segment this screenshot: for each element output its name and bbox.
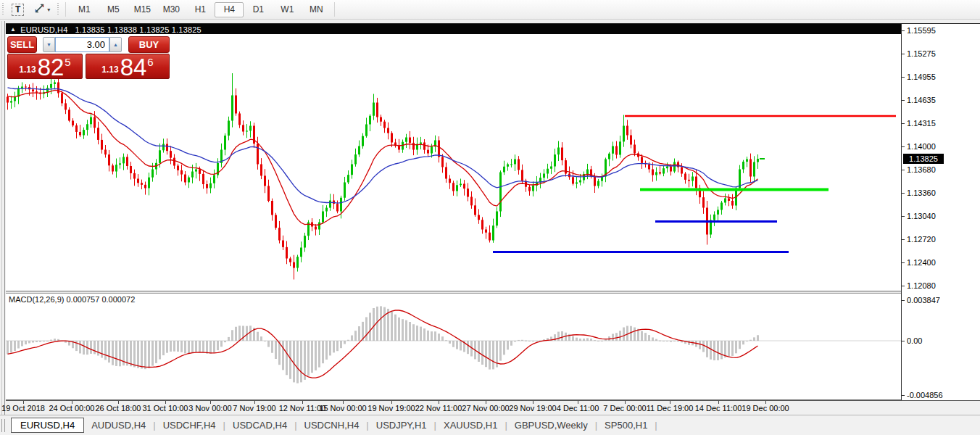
timeframe-button-h1[interactable]: H1 (186, 2, 215, 17)
price-axis-label: 1.14000 (907, 142, 936, 151)
tab-usdcad-h4[interactable]: USDCAD,H4 (225, 418, 294, 433)
price-axis-tick (902, 170, 905, 170)
chart-title-symbol: EURUSD,H4 (20, 25, 67, 34)
price-axis-tick (902, 286, 905, 286)
timeframe-button-m15[interactable]: M15 (128, 2, 157, 17)
time-axis-label: 22 Nov 11:00 (415, 404, 462, 413)
time-axis-label: 29 Nov 19:00 (509, 404, 556, 413)
tab-usdcnh-h4[interactable]: USDCNH,H4 (297, 418, 367, 433)
buy-price-prefix: 1.13 (101, 65, 118, 75)
time-axis-label: 24 Oct 00:00 (49, 404, 95, 413)
price-axis-tick (902, 193, 905, 194)
tab-sp500-h1[interactable]: SP500,H1 (597, 418, 655, 433)
price-axis-tick (902, 77, 905, 78)
chart-collapse-icon[interactable]: ▲ (10, 26, 16, 33)
sell-price-panel[interactable]: 1.13 82 5 (7, 54, 83, 79)
timeframe-button-m1[interactable]: M1 (70, 2, 99, 17)
price-axis-tick (902, 262, 905, 263)
price-axis-label: 1.13680 (907, 165, 936, 174)
tab-eurusd-h4[interactable]: EURUSD,H4 (11, 418, 84, 433)
price-axis-tick (902, 54, 905, 54)
timeframe-button-h4[interactable]: H4 (215, 2, 244, 17)
tab-usdchf-h4[interactable]: USDCHF,H4 (156, 418, 223, 433)
price-axis-label: 1.14955 (907, 72, 936, 81)
sell-button[interactable]: SELL (7, 36, 37, 53)
price-axis-label: 1.14315 (907, 119, 936, 128)
buy-price-big: 84 (120, 57, 147, 78)
macd-axis-label: -0.004856 (907, 391, 943, 399)
price-axis-label: 1.15275 (907, 49, 936, 58)
timeframe-button-w1[interactable]: W1 (273, 2, 302, 17)
time-axis-label: 19 Oct 2018 (1, 404, 45, 413)
stepper-up-icon: ▲ (113, 42, 118, 47)
price-axis-label: 1.13360 (907, 188, 936, 197)
macd-chart-svg[interactable] (6, 294, 901, 400)
dropdown-caret-icon[interactable]: ▾ (47, 7, 50, 13)
time-axis-label: 19 Nov 19:00 (368, 404, 415, 413)
time-axis-label: 19 Dec 00:00 (742, 404, 789, 413)
timeframe-toolbar: M1M5M15M30H1H4D1W1MN (70, 2, 331, 17)
volume-input[interactable] (55, 37, 109, 52)
macd-axis-tick (902, 395, 905, 396)
chart-tabs-bar: EURUSD,H4AUDUSD,H4|USDCHF,H4|USDCAD,H4|U… (0, 415, 980, 435)
price-axis-label: 1.12080 (907, 281, 936, 290)
buy-price-panel[interactable]: 1.13 84 6 (86, 54, 170, 79)
tab-xauusd-h1[interactable]: XAUUSD,H1 (436, 418, 504, 433)
sell-price-prefix: 1.13 (19, 65, 36, 75)
price-axis-label: 1.15595 (907, 26, 936, 35)
trade-panel: SELL ▼ ▲ BUY 1.13 82 5 1.13 84 6 (7, 36, 170, 80)
macd-panel[interactable]: MACD(12,26,9) 0.000757 0.000072 (6, 294, 901, 400)
price-axis-label: 1.12400 (907, 258, 936, 267)
time-axis-label: 31 Oct 10:00 (143, 404, 188, 413)
time-axis-label: 27 Nov 00:00 (462, 404, 509, 413)
arrows-tool-icon (34, 3, 45, 16)
time-axis-label: 26 Oct 18:00 (96, 404, 141, 413)
time-axis-label: 4 Dec 11:00 (557, 404, 599, 413)
arrows-tool-button[interactable]: ▾ (30, 2, 54, 17)
price-axis-tick (902, 123, 905, 124)
price-axis-label: 1.12720 (907, 235, 936, 244)
buy-button[interactable]: BUY (128, 36, 170, 53)
time-axis: 19 Oct 201824 Oct 00:0026 Oct 18:0031 Oc… (6, 401, 980, 415)
chart-titlebar[interactable]: ▲ EURUSD,H4 1.13835 1.13838 1.13825 1.13… (6, 24, 901, 35)
chart-title-ohlc: 1.13835 1.13838 1.13825 1.13825 (75, 25, 202, 34)
last-price-marker (760, 158, 765, 160)
current-price-badge: 1.13825 (903, 154, 944, 164)
macd-axis-tick (902, 300, 905, 301)
volume-stepper-down[interactable]: ▼ (43, 37, 55, 52)
ma-slow-line (8, 88, 758, 203)
price-axis-tick (902, 100, 905, 101)
tab-usdjpy-h1[interactable]: USDJPY,H1 (369, 418, 434, 433)
timeframe-button-d1[interactable]: D1 (244, 2, 273, 17)
toolbar: T ▾ M1M5M15M30H1H4D1W1MN (0, 0, 980, 20)
tab-gbpusd-weekly[interactable]: GBPUSD,Weekly (507, 418, 595, 433)
timeframe-button-m30[interactable]: M30 (157, 2, 186, 17)
frame-line (4, 21, 5, 415)
text-tool-icon: T (12, 4, 24, 16)
time-axis-label: 15 Nov 00:00 (319, 404, 366, 413)
toolbar-separator (65, 2, 66, 17)
tab-separator: | (655, 420, 657, 431)
price-axis-tick (902, 239, 905, 240)
time-axis-label: 7 Dec 00:00 (603, 404, 646, 413)
text-tool-button[interactable]: T (7, 2, 28, 17)
time-axis-label: 11 Dec 19:00 (647, 404, 694, 413)
application-window: T ▾ M1M5M15M30H1H4D1W1MN ▲ EURUSD,H4 1.1… (0, 0, 980, 435)
tabs-grip[interactable] (1, 419, 7, 432)
price-axis-label: 1.13040 (907, 212, 936, 220)
timeframe-button-m5[interactable]: M5 (99, 2, 128, 17)
tab-audusd-h4[interactable]: AUDUSD,H4 (84, 418, 153, 433)
macd-histogram-group (7, 306, 759, 383)
sell-price-big: 82 (38, 57, 65, 78)
price-axis: 1.155951.152751.149551.146351.143151.140… (902, 24, 980, 401)
time-axis-label: 14 Dec 11:00 (695, 404, 742, 413)
price-axis-tick (902, 146, 905, 147)
macd-label: MACD(12,26,9) 0.000757 0.000072 (9, 295, 135, 304)
toolbar-grip2[interactable] (57, 3, 59, 16)
frame-line (1, 21, 2, 415)
sell-price-sup: 5 (65, 56, 70, 68)
macd-axis-tick (902, 341, 905, 341)
timeframe-button-mn[interactable]: MN (302, 2, 331, 17)
toolbar-grip[interactable] (2, 3, 4, 16)
volume-stepper-up[interactable]: ▲ (109, 37, 122, 52)
